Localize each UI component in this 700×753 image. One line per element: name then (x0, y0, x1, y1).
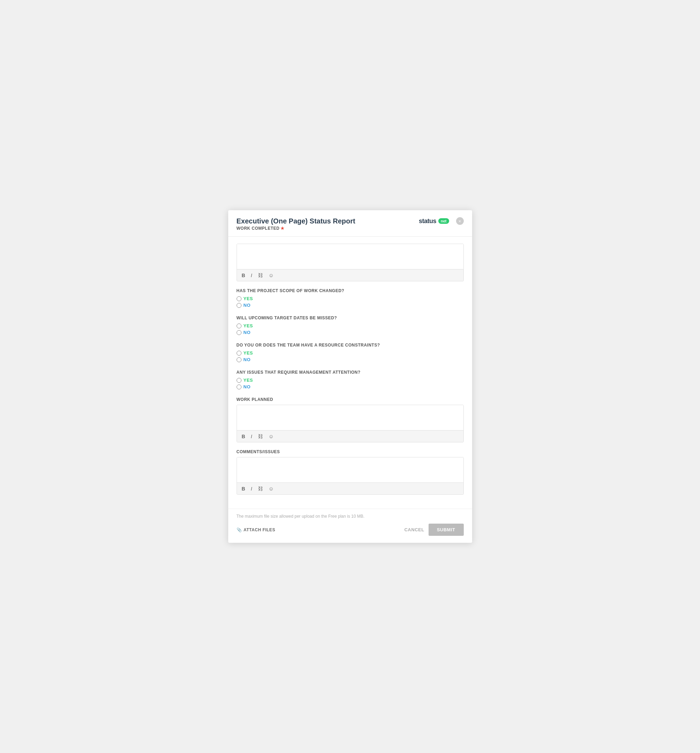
question-scope-changed: HAS THE PROJECT SCOPE OF WORK CHANGED? Y… (237, 288, 464, 308)
modal-subtitle: WORK COMPLETED★ (237, 226, 355, 231)
resource-yes-label: YES (243, 350, 253, 356)
dates-no-label: NO (243, 330, 251, 335)
dates-no-option[interactable]: NO (237, 330, 464, 335)
mgmt-yes-label: YES (243, 378, 253, 383)
bold-button-3[interactable]: B (240, 485, 247, 492)
work-completed-input[interactable] (237, 244, 463, 268)
work-planned-input[interactable] (237, 405, 463, 429)
modal-container: Executive (One Page) Status Report WORK … (228, 210, 472, 543)
work-completed-toolbar: B I ⛓ ☺ (237, 269, 463, 281)
link-button-2[interactable]: ⛓ (256, 433, 265, 440)
comments-label: COMMENTS/ISSUES (237, 449, 464, 454)
scope-yes-label: YES (243, 296, 253, 301)
italic-button-3[interactable]: I (249, 485, 254, 492)
emoji-button-2[interactable]: ☺ (267, 433, 275, 440)
work-completed-editor: B I ⛓ ☺ (237, 244, 464, 281)
close-button[interactable]: × (456, 217, 464, 225)
modal-footer: The maximum file size allowed per upload… (228, 509, 472, 543)
italic-button-2[interactable]: I (249, 433, 254, 440)
cancel-button[interactable]: CANCEL (404, 527, 424, 532)
question-dates-label: WILL UPCOMING TARGET DATES BE MISSED? (237, 316, 464, 320)
work-planned-label: WORK PLANNED (237, 397, 464, 402)
resource-yes-radio[interactable] (237, 351, 242, 356)
question-resource-constraints: DO YOU OR DOES THE TEAM HAVE A RESOURCE … (237, 343, 464, 362)
dates-yes-radio[interactable] (237, 323, 242, 328)
work-planned-editor: B I ⛓ ☺ (237, 405, 464, 442)
mgmt-yes-option[interactable]: YES (237, 378, 464, 383)
bold-button-1[interactable]: B (240, 272, 247, 279)
modal-body: B I ⛓ ☺ HAS THE PROJECT SCOPE OF WORK CH… (228, 237, 472, 509)
file-size-note: The maximum file size allowed per upload… (237, 514, 464, 519)
required-indicator: ★ (281, 226, 285, 231)
resource-no-radio[interactable] (237, 357, 242, 362)
resource-no-option[interactable]: NO (237, 357, 464, 362)
modal-title-area: Executive (One Page) Status Report WORK … (237, 217, 355, 231)
work-planned-toolbar: B I ⛓ ☺ (237, 430, 463, 442)
link-button-1[interactable]: ⛓ (256, 272, 265, 279)
brand-badge: net (438, 218, 449, 224)
question-scope-label: HAS THE PROJECT SCOPE OF WORK CHANGED? (237, 288, 464, 293)
link-button-3[interactable]: ⛓ (256, 485, 265, 492)
paperclip-icon: 📎 (237, 528, 242, 532)
dates-yes-option[interactable]: YES (237, 323, 464, 328)
scope-yes-option[interactable]: YES (237, 296, 464, 301)
italic-button-1[interactable]: I (249, 272, 254, 279)
attach-files-button[interactable]: 📎 ATTACH FILES (237, 528, 275, 532)
work-planned-section: WORK PLANNED B I ⛓ ☺ (237, 397, 464, 442)
scope-no-radio[interactable] (237, 303, 242, 308)
work-completed-section: B I ⛓ ☺ (237, 244, 464, 281)
dates-no-radio[interactable] (237, 330, 242, 335)
comments-input[interactable] (237, 458, 463, 481)
question-resource-label: DO YOU OR DOES THE TEAM HAVE A RESOURCE … (237, 343, 464, 348)
brand-logo: status net (419, 217, 449, 225)
comments-toolbar: B I ⛓ ☺ (237, 483, 463, 494)
modal-title: Executive (One Page) Status Report (237, 217, 355, 225)
footer-actions: 📎 ATTACH FILES CANCEL SUBMIT (237, 523, 464, 536)
mgmt-yes-radio[interactable] (237, 378, 242, 383)
submit-button[interactable]: SUBMIT (429, 523, 464, 536)
dates-yes-label: YES (243, 323, 253, 328)
scope-no-option[interactable]: NO (237, 303, 464, 308)
question-target-dates: WILL UPCOMING TARGET DATES BE MISSED? YE… (237, 316, 464, 335)
question-mgmt-label: ANY ISSUES THAT REQUIRE MANAGEMENT ATTEN… (237, 370, 464, 375)
comments-editor: B I ⛓ ☺ (237, 457, 464, 495)
footer-right-buttons: CANCEL SUBMIT (404, 523, 463, 536)
bold-button-2[interactable]: B (240, 433, 247, 440)
resource-yes-option[interactable]: YES (237, 350, 464, 356)
scope-no-label: NO (243, 303, 251, 308)
emoji-button-1[interactable]: ☺ (267, 272, 275, 279)
mgmt-no-option[interactable]: NO (237, 384, 464, 389)
comments-section: COMMENTS/ISSUES B I ⛓ ☺ (237, 449, 464, 495)
brand-text: status (419, 217, 436, 225)
scope-yes-radio[interactable] (237, 296, 242, 301)
question-management-attention: ANY ISSUES THAT REQUIRE MANAGEMENT ATTEN… (237, 370, 464, 389)
modal-header: Executive (One Page) Status Report WORK … (228, 210, 472, 237)
mgmt-no-label: NO (243, 384, 251, 389)
emoji-button-3[interactable]: ☺ (267, 485, 275, 492)
mgmt-no-radio[interactable] (237, 384, 242, 389)
attach-label: ATTACH FILES (243, 528, 275, 532)
resource-no-label: NO (243, 357, 251, 362)
